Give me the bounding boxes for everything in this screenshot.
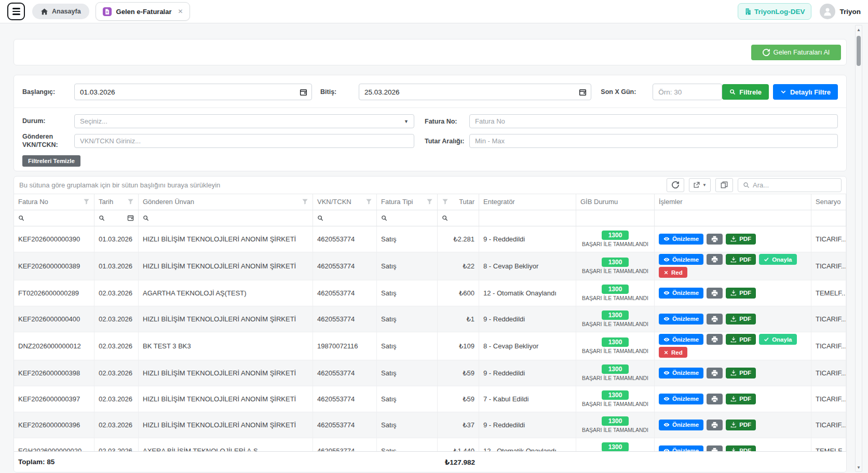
- preview-button[interactable]: Önizleme: [659, 394, 703, 404]
- pdf-button[interactable]: PDF: [726, 254, 756, 265]
- tab-gelen-e-faturalar[interactable]: Gelen e-Faturalar ✕: [96, 2, 190, 21]
- filter-funnel-icon[interactable]: [365, 198, 372, 205]
- col-header-fatura-tipi[interactable]: Fatura Tipi: [377, 194, 438, 210]
- print-button[interactable]: [707, 314, 723, 325]
- integrator-cell: 9 - Reddedildi: [479, 412, 576, 438]
- filter-funnel-icon[interactable]: [127, 198, 134, 205]
- filter-funnel-icon[interactable]: [302, 198, 308, 205]
- filter-funnel-icon[interactable]: [426, 198, 433, 205]
- amount-range-input[interactable]: [469, 134, 838, 148]
- filter-funnel-icon[interactable]: [83, 198, 90, 205]
- pdf-button[interactable]: PDF: [726, 394, 756, 404]
- gib-status-cell: 1300BAŞARI İLE TAMAMLANDI: [576, 438, 655, 452]
- preview-button[interactable]: Önizleme: [659, 368, 703, 379]
- reject-button[interactable]: Red: [659, 267, 687, 278]
- filter-cell-gonderen-unvan[interactable]: [139, 210, 313, 226]
- tab-close-icon[interactable]: ✕: [178, 8, 183, 15]
- column-chooser-button[interactable]: [715, 178, 733, 192]
- print-button[interactable]: [707, 394, 723, 404]
- filter-cell-tarih[interactable]: [94, 210, 139, 226]
- filter-cell-entegrator[interactable]: [479, 210, 576, 226]
- preview-button[interactable]: Önizleme: [659, 314, 703, 325]
- start-date-input[interactable]: [74, 84, 312, 100]
- export-button[interactable]: ▼: [689, 178, 711, 192]
- pdf-button[interactable]: PDF: [726, 234, 756, 245]
- download-icon: [730, 290, 737, 296]
- vkn-cell: 4620553774: [313, 226, 377, 252]
- last-x-days-input[interactable]: [653, 84, 722, 100]
- gib-status-text: BAŞARI İLE TAMAMLANDI: [582, 295, 648, 301]
- sender-vkn-input[interactable]: [74, 134, 414, 148]
- print-button[interactable]: [707, 334, 723, 345]
- amount-cell: ₺59: [438, 386, 479, 412]
- col-header-senaryo[interactable]: Senaryo: [811, 194, 846, 210]
- preview-button[interactable]: Önizleme: [659, 234, 703, 245]
- scenario-cell: TEMELF...: [811, 280, 846, 306]
- date-cell: 02.03.2026: [94, 438, 139, 452]
- environment-badge[interactable]: TriyonLog-DEV: [738, 3, 812, 20]
- col-header-islemler[interactable]: İşlemler: [655, 194, 811, 210]
- sender-cell: HIZLI BİLİŞİM TEKNOLOJİLERİ ANONİM ŞİRKE…: [139, 360, 313, 386]
- preview-button[interactable]: Önizleme: [659, 254, 703, 265]
- filter-cell-fatura-no[interactable]: [14, 210, 94, 226]
- print-button[interactable]: [707, 234, 723, 245]
- printer-icon: [711, 236, 718, 242]
- print-button[interactable]: [707, 420, 723, 430]
- filter-cell-fatura-tipi[interactable]: [377, 210, 438, 226]
- pdf-button[interactable]: PDF: [726, 368, 756, 379]
- pdf-button[interactable]: PDF: [726, 420, 756, 430]
- scroll-down-icon[interactable]: ▼: [856, 463, 862, 471]
- print-button[interactable]: [707, 445, 723, 452]
- user-menu[interactable]: Triyon: [820, 4, 861, 19]
- filter-cell-senaryo[interactable]: [811, 210, 846, 226]
- refresh-icon: [672, 181, 679, 188]
- approve-button[interactable]: Onayla: [759, 334, 796, 345]
- reject-button[interactable]: Red: [659, 347, 687, 358]
- col-header-tutar[interactable]: Tutar: [438, 194, 479, 210]
- invoice-no-input[interactable]: [469, 114, 838, 128]
- col-header-entegrator[interactable]: Entegratör: [479, 194, 576, 210]
- col-header-gonderen-unvan[interactable]: Gönderen Ünvan: [139, 194, 313, 210]
- pdf-button[interactable]: PDF: [726, 334, 756, 345]
- sender-cell: HIZLI BİLİŞİM TEKNOLOJİLERİ ANONİM ŞİRKE…: [139, 226, 313, 252]
- actions-cell: ÖnizlemePDF: [655, 280, 811, 306]
- check-icon: [764, 336, 769, 342]
- filter-button[interactable]: Filtrele: [722, 84, 769, 100]
- col-header-gib-durumu[interactable]: GİB Durumu: [576, 194, 655, 210]
- col-header-tarih[interactable]: Tarih: [94, 194, 139, 210]
- calendar-icon[interactable]: [127, 214, 134, 221]
- approve-button[interactable]: Onayla: [759, 254, 796, 265]
- table-row: DNZ202600000001202.03.2026BK TEST 3 BK31…: [14, 332, 846, 360]
- integrator-cell: 9 - Reddedildi: [479, 306, 576, 332]
- end-date-input[interactable]: [359, 84, 591, 100]
- pdf-button[interactable]: PDF: [726, 288, 756, 299]
- filter-cell-gib-durumu[interactable]: [576, 210, 655, 226]
- col-header-vkn-tckn[interactable]: VKN/TCKN: [313, 194, 377, 210]
- menu-button[interactable]: [7, 3, 25, 20]
- pdf-button[interactable]: PDF: [726, 314, 756, 325]
- pdf-button[interactable]: PDF: [726, 445, 756, 452]
- col-header-fatura-no[interactable]: Fatura No: [14, 194, 94, 210]
- action-bar: Gelen Faturaları Al: [13, 39, 847, 65]
- print-button[interactable]: [707, 288, 723, 299]
- status-select[interactable]: Seçiniz... ▼: [74, 114, 414, 128]
- preview-button[interactable]: Önizleme: [659, 334, 703, 345]
- print-button[interactable]: [707, 368, 723, 379]
- grid-refresh-button[interactable]: [667, 178, 684, 192]
- scrollbar-thumb[interactable]: [857, 36, 861, 66]
- preview-button[interactable]: Önizleme: [659, 288, 703, 299]
- preview-button[interactable]: Önizleme: [659, 420, 703, 430]
- clear-filters-button[interactable]: Filtreleri Temizle: [22, 155, 80, 167]
- filter-cell-tutar[interactable]: [438, 210, 479, 226]
- integrator-cell: 8 - Cevap Bekliyor: [479, 332, 576, 360]
- vertical-scrollbar[interactable]: ▲ ▼: [855, 25, 862, 472]
- preview-button[interactable]: Önizleme: [659, 445, 703, 452]
- tab-anasayfa[interactable]: Anasayfa: [32, 4, 89, 19]
- grid-search-input[interactable]: [753, 181, 836, 189]
- filter-cell-vkn-tckn[interactable]: [313, 210, 377, 226]
- detailed-filter-button[interactable]: Detaylı Filtre: [773, 84, 838, 100]
- fetch-invoices-button[interactable]: Gelen Faturaları Al: [751, 45, 841, 60]
- scroll-up-icon[interactable]: ▲: [856, 25, 862, 34]
- print-button[interactable]: [707, 254, 723, 265]
- filter-funnel-icon[interactable]: [442, 198, 449, 205]
